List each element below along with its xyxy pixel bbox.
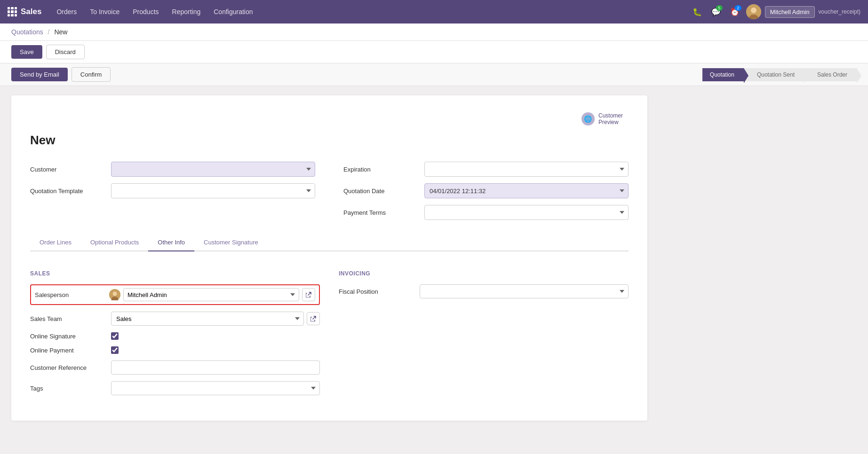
- quotation-date-select[interactable]: 04/01/2022 12:11:32: [424, 183, 629, 198]
- sales-team-field-value: Sales: [111, 312, 320, 326]
- customer-reference-value: [111, 360, 320, 375]
- customer-reference-field-group: Customer Reference: [30, 360, 320, 375]
- breadcrumb: Quotations / New: [11, 28, 857, 36]
- salesperson-select-wrap: Mitchell Admin: [109, 288, 315, 301]
- online-payment-checkbox[interactable]: [111, 346, 119, 354]
- customer-preview-area: 🌐 Customer Preview: [30, 110, 629, 128]
- sales-team-select[interactable]: Sales: [111, 312, 304, 326]
- salesperson-field-group: Salesperson Mitchell Admin: [30, 284, 320, 305]
- quotation-template-select[interactable]: [111, 183, 315, 198]
- quotation-date-field-group: Quotation Date 04/01/2022 12:11:32: [343, 183, 629, 198]
- sales-team-label: Sales Team: [30, 315, 105, 322]
- brand-name[interactable]: Sales: [21, 7, 41, 16]
- online-signature-value: [111, 332, 320, 340]
- form-fields-grid: Customer Quotation Template Expiration: [30, 162, 629, 220]
- tab-content-other-info: Sales Salesperson: [30, 266, 629, 407]
- activity-icon-button[interactable]: ⏰ 2: [727, 4, 742, 19]
- status-quotation[interactable]: Quotation: [702, 68, 744, 81]
- payment-terms-select[interactable]: [424, 205, 629, 220]
- invoicing-section-label: Invoicing: [339, 270, 629, 277]
- breadcrumb-separator: /: [48, 28, 50, 36]
- expiration-select[interactable]: [424, 162, 629, 177]
- activity-badge: 2: [735, 5, 741, 11]
- sales-section: Sales Salesperson: [30, 270, 320, 402]
- svg-point-1: [751, 8, 757, 13]
- tab-customer-signature[interactable]: Customer Signature: [194, 234, 268, 251]
- tab-optional-products[interactable]: Optional Products: [81, 234, 148, 251]
- online-signature-label: Online Signature: [30, 333, 105, 340]
- breadcrumb-parent[interactable]: Quotations: [11, 28, 43, 36]
- user-avatar[interactable]: [746, 4, 761, 19]
- form-title: New: [30, 133, 629, 148]
- fiscal-position-label: Fiscal Position: [339, 288, 414, 295]
- form-left-col: Customer Quotation Template: [30, 162, 315, 220]
- sales-team-field-group: Sales Team Sales: [30, 312, 320, 326]
- form-card: 🌐 Customer Preview New Customer Quotatio…: [11, 95, 647, 421]
- nav-to-invoice[interactable]: To Invoice: [84, 5, 125, 18]
- breadcrumb-current: New: [54, 28, 67, 36]
- payment-terms-field-group: Payment Terms: [343, 205, 629, 220]
- expiration-label: Expiration: [343, 166, 419, 173]
- page-header: Quotations / New: [0, 23, 868, 41]
- fiscal-position-field-group: Fiscal Position: [339, 284, 629, 298]
- nav-products[interactable]: Products: [127, 5, 164, 18]
- quotation-template-label: Quotation Template: [30, 188, 105, 195]
- action-left: Send by Email Confirm: [11, 67, 111, 82]
- tags-field-group: Tags: [30, 381, 320, 395]
- nav-configuration[interactable]: Configuration: [208, 5, 258, 18]
- confirm-button[interactable]: Confirm: [72, 67, 111, 82]
- tags-value: [111, 381, 320, 395]
- bug-icon-button[interactable]: 🐛: [690, 4, 705, 19]
- customer-label: Customer: [30, 166, 105, 173]
- customer-preview-button[interactable]: 🌐 Customer Preview: [576, 110, 629, 128]
- online-payment-label: Online Payment: [30, 347, 105, 354]
- sales-team-external-link-button[interactable]: [307, 312, 320, 325]
- online-payment-field-group: Online Payment: [30, 346, 320, 354]
- fiscal-position-select[interactable]: [420, 284, 629, 298]
- quotation-template-field-group: Quotation Template: [30, 183, 315, 198]
- salesperson-external-link-button[interactable]: [302, 288, 315, 301]
- status-sales-order[interactable]: Sales Order: [804, 68, 857, 81]
- top-nav: Sales Orders To Invoice Products Reporti…: [0, 0, 868, 23]
- invoicing-section: Invoicing Fiscal Position: [339, 270, 629, 402]
- tab-other-info[interactable]: Other Info: [148, 234, 194, 251]
- customer-reference-input[interactable]: [111, 360, 320, 375]
- quotation-date-label: Quotation Date: [343, 188, 419, 195]
- tags-label: Tags: [30, 385, 105, 392]
- toolbar: Save Discard: [0, 41, 868, 63]
- send-email-button[interactable]: Send by Email: [11, 68, 68, 81]
- customer-select[interactable]: [111, 162, 315, 177]
- messages-icon-button[interactable]: 💬 5: [709, 4, 724, 19]
- tags-select[interactable]: [111, 381, 320, 395]
- user-name-button[interactable]: Mitchell Admin: [765, 6, 815, 18]
- save-button[interactable]: Save: [11, 45, 42, 59]
- apps-grid-icon[interactable]: [8, 7, 17, 16]
- customer-preview-label: Customer Preview: [598, 112, 623, 125]
- nav-logo[interactable]: Sales: [8, 7, 41, 16]
- salesperson-avatar: [109, 289, 120, 300]
- nav-orders[interactable]: Orders: [51, 5, 82, 18]
- two-col-sections: Sales Salesperson: [30, 270, 629, 402]
- user-suffix: voucher_receipt): [819, 8, 860, 15]
- fiscal-position-value: [420, 284, 629, 298]
- main-content: 🌐 Customer Preview New Customer Quotatio…: [0, 86, 659, 430]
- expiration-field-group: Expiration: [343, 162, 629, 177]
- action-bar: Send by Email Confirm Quotation Quotatio…: [0, 63, 868, 86]
- messages-badge: 5: [716, 5, 723, 11]
- online-payment-value: [111, 346, 320, 354]
- online-signature-field-group: Online Signature: [30, 332, 320, 340]
- tab-order-lines[interactable]: Order Lines: [30, 234, 81, 251]
- online-signature-checkbox[interactable]: [111, 332, 119, 340]
- nav-items: Orders To Invoice Products Reporting Con…: [51, 5, 685, 18]
- nav-reporting[interactable]: Reporting: [167, 5, 207, 18]
- status-quotation-sent[interactable]: Quotation Sent: [744, 68, 804, 81]
- globe-icon: 🌐: [581, 112, 595, 125]
- svg-point-4: [113, 292, 117, 296]
- salesperson-label: Salesperson: [35, 291, 105, 298]
- discard-button[interactable]: Discard: [46, 45, 85, 59]
- customer-field-group: Customer: [30, 162, 315, 177]
- salesperson-select[interactable]: Mitchell Admin: [123, 288, 299, 301]
- payment-terms-label: Payment Terms: [343, 209, 419, 216]
- nav-right: 🐛 💬 5 ⏰ 2 Mitchell Admin voucher_receipt…: [690, 4, 860, 19]
- tabs: Order Lines Optional Products Other Info…: [30, 234, 629, 251]
